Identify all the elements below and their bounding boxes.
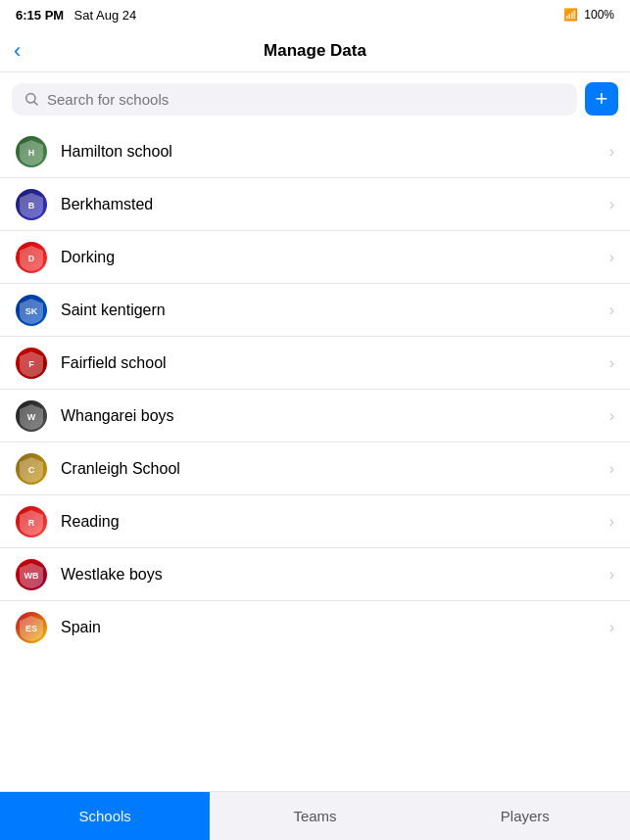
svg-text:D: D — [28, 254, 35, 263]
svg-text:F: F — [28, 359, 34, 369]
tab-teams[interactable]: Teams — [210, 792, 419, 840]
chevron-right-icon: › — [609, 143, 614, 161]
school-name: Cranleigh School — [61, 460, 609, 478]
chevron-right-icon: › — [609, 619, 614, 636]
list-item[interactable]: FFairfield school› — [0, 337, 630, 390]
back-button[interactable]: ‹ — [14, 40, 21, 62]
svg-text:B: B — [28, 201, 35, 210]
list-item[interactable]: SKSaint kentigern› — [0, 284, 630, 337]
school-list: HHamilton school›BBerkhamsted›DDorking›S… — [0, 125, 630, 789]
school-name: Saint kentigern — [61, 302, 609, 319]
school-logo: H — [16, 136, 47, 167]
tab-schools[interactable]: Schools — [0, 792, 210, 840]
status-time-area: 6:15 PM Sat Aug 24 — [16, 6, 136, 23]
search-input[interactable] — [47, 91, 565, 108]
school-logo: WB — [16, 559, 47, 590]
tab-players[interactable]: Players — [420, 792, 630, 840]
svg-text:W: W — [27, 412, 36, 422]
status-date: Sat Aug 24 — [74, 8, 137, 23]
svg-text:C: C — [28, 465, 35, 475]
chevron-right-icon: › — [609, 302, 614, 319]
school-logo: SK — [16, 295, 47, 326]
page-header: ‹ Manage Data — [0, 29, 630, 72]
chevron-right-icon: › — [609, 249, 614, 266]
list-item[interactable]: RReading› — [0, 495, 630, 548]
wifi-icon: 📶 — [563, 8, 578, 22]
status-bar: 6:15 PM Sat Aug 24 📶 100% — [0, 0, 630, 29]
svg-text:R: R — [28, 518, 35, 528]
list-item[interactable]: BBerkhamsted› — [0, 178, 630, 231]
chevron-right-icon: › — [609, 407, 614, 425]
svg-text:WB: WB — [24, 571, 39, 581]
search-row: + — [12, 82, 618, 116]
school-logo: ES — [16, 612, 47, 643]
search-container: + — [0, 72, 630, 125]
school-logo: F — [16, 348, 47, 379]
school-name: Westlake boys — [61, 566, 609, 583]
tab-bar: SchoolsTeamsPlayers — [0, 791, 630, 840]
list-item[interactable]: ESSpain› — [0, 601, 630, 654]
search-input-wrap — [12, 83, 577, 116]
chevron-right-icon: › — [609, 354, 614, 372]
chevron-right-icon: › — [609, 566, 614, 583]
svg-text:H: H — [28, 148, 35, 158]
svg-line-1 — [34, 102, 37, 105]
add-school-button[interactable]: + — [585, 82, 618, 116]
list-item[interactable]: WWhangarei boys› — [0, 390, 630, 443]
status-time: 6:15 PM — [16, 8, 64, 23]
school-name: Fairfield school — [61, 354, 609, 372]
chevron-right-icon: › — [609, 196, 614, 213]
chevron-right-icon: › — [609, 513, 614, 531]
school-name: Hamilton school — [61, 143, 609, 161]
school-logo: W — [16, 400, 47, 432]
list-item[interactable]: DDorking› — [0, 231, 630, 284]
battery-indicator: 100% — [584, 8, 614, 22]
list-item[interactable]: HHamilton school› — [0, 125, 630, 178]
status-indicators: 📶 100% — [563, 8, 614, 22]
svg-text:ES: ES — [25, 624, 37, 633]
school-name: Spain — [61, 619, 609, 636]
svg-text:SK: SK — [25, 306, 38, 316]
school-logo: B — [16, 189, 47, 220]
school-logo: R — [16, 506, 47, 537]
school-logo: C — [16, 453, 47, 485]
list-item[interactable]: CCranleigh School› — [0, 443, 630, 495]
school-name: Dorking — [61, 249, 609, 266]
page-title: Manage Data — [264, 41, 366, 61]
school-name: Whangarei boys — [61, 407, 609, 425]
chevron-right-icon: › — [609, 460, 614, 478]
school-logo: D — [16, 242, 47, 273]
school-name: Berkhamsted — [61, 196, 609, 213]
list-item[interactable]: WBWestlake boys› — [0, 548, 630, 601]
school-name: Reading — [61, 513, 609, 531]
search-icon — [24, 91, 39, 107]
